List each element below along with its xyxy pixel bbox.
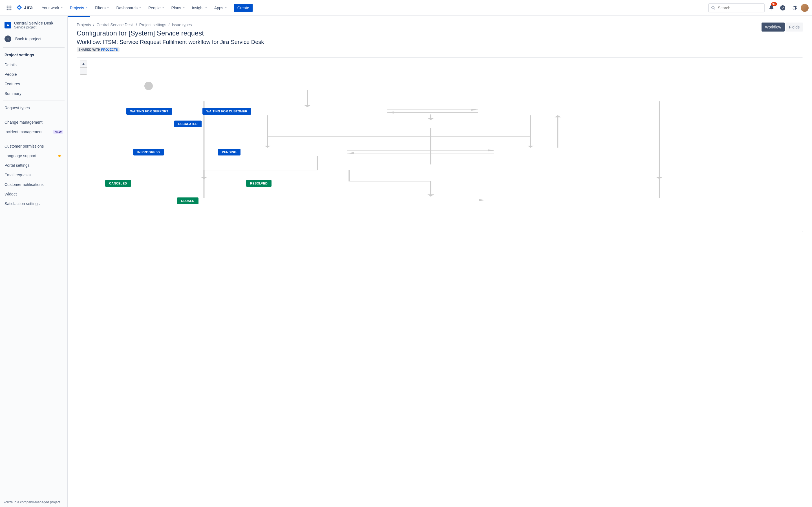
notification-badge: 9+ xyxy=(771,2,777,6)
shared-projects-link[interactable]: PROJECTS xyxy=(101,48,118,51)
workflow-tab[interactable]: Workflow xyxy=(762,22,784,32)
svg-rect-7 xyxy=(8,9,9,10)
sidebar-item-incident-management[interactable]: Incident managementNEW xyxy=(0,127,67,136)
svg-rect-0 xyxy=(7,5,8,6)
page-title: Configuration for [System] Service reque… xyxy=(77,29,264,37)
sidebar-item-request-types[interactable]: Request types xyxy=(0,103,67,113)
sidebar-item-widget[interactable]: Widget xyxy=(0,189,67,199)
back-label: Back to project xyxy=(15,37,42,41)
svg-text:?: ? xyxy=(781,6,784,10)
nav-item-plans[interactable]: Plans xyxy=(169,3,188,12)
sidebar-group1: DetailsPeopleFeaturesSummary xyxy=(0,60,67,98)
nav-item-apps[interactable]: Apps xyxy=(212,3,230,12)
workflow-node-pending[interactable]: PENDING xyxy=(218,149,241,156)
nav-item-people[interactable]: People xyxy=(146,3,167,12)
breadcrumb-item[interactable]: Central Service Desk xyxy=(96,22,134,27)
jira-logo[interactable]: Jira xyxy=(16,4,33,11)
chevron-down-icon xyxy=(224,6,227,9)
workflow-node-resolved[interactable]: RESOLVED xyxy=(246,180,271,187)
user-avatar[interactable] xyxy=(801,4,809,12)
zoom-out-button[interactable]: – xyxy=(80,68,87,74)
nav-items: Your workProjectsFiltersDashboardsPeople… xyxy=(38,3,231,12)
svg-rect-1 xyxy=(8,5,9,6)
chevron-down-icon xyxy=(162,6,165,9)
chevron-down-icon xyxy=(60,6,63,9)
svg-rect-2 xyxy=(10,5,11,6)
workflow-canvas[interactable]: + – xyxy=(77,57,803,232)
shared-tag: SHARED WITH PROJECTS xyxy=(77,47,119,52)
new-badge: NEW xyxy=(53,130,63,134)
nav-item-your-work[interactable]: Your work xyxy=(40,3,65,12)
project-avatar-icon xyxy=(4,22,11,29)
back-to-project[interactable]: Back to project xyxy=(0,33,67,45)
search-box xyxy=(708,3,765,12)
svg-rect-3 xyxy=(7,7,8,8)
nav-item-projects[interactable]: Projects xyxy=(68,3,91,12)
sidebar-item-portal-settings[interactable]: Portal settings xyxy=(0,161,67,170)
chevron-down-icon xyxy=(107,6,109,9)
breadcrumb-item[interactable]: Project settings xyxy=(139,22,166,27)
top-nav: Jira Your workProjectsFiltersDashboardsP… xyxy=(0,0,812,16)
project-type: Service project xyxy=(14,25,53,29)
nav-item-filters[interactable]: Filters xyxy=(93,3,112,12)
svg-line-10 xyxy=(714,8,715,9)
sidebar-item-features[interactable]: Features xyxy=(0,79,67,89)
sidebar-item-satisfaction-settings[interactable]: Satisfaction settings xyxy=(0,199,67,209)
svg-point-9 xyxy=(712,6,714,9)
workflow-node-wfc[interactable]: WAITING FOR CUSTOMER xyxy=(202,108,251,115)
chevron-down-icon xyxy=(139,6,142,9)
help-icon[interactable]: ? xyxy=(778,3,787,12)
sidebar-item-people[interactable]: People xyxy=(0,69,67,79)
nav-item-dashboards[interactable]: Dashboards xyxy=(114,3,144,12)
chevron-down-icon xyxy=(183,6,185,9)
main-content: Projects/Central Service Desk/Project se… xyxy=(68,16,812,507)
sidebar-item-email-requests[interactable]: Email requests xyxy=(0,170,67,180)
svg-rect-5 xyxy=(10,7,11,8)
sidebar-item-customer-notifications[interactable]: Customer notifications xyxy=(0,180,67,189)
sidebar-heading: Project settings xyxy=(0,50,67,60)
svg-rect-6 xyxy=(7,9,8,10)
search-icon xyxy=(711,6,716,10)
sidebar-item-details[interactable]: Details xyxy=(0,60,67,69)
search-input[interactable] xyxy=(708,3,765,12)
sidebar-group2: Change managementIncident managementNEW xyxy=(0,117,67,136)
nav-item-insight[interactable]: Insight xyxy=(190,3,210,12)
back-arrow-icon xyxy=(4,36,11,42)
zoom-in-button[interactable]: + xyxy=(80,61,87,68)
sidebar-footer: You're in a company-managed project xyxy=(0,497,67,507)
app-switcher-icon[interactable] xyxy=(6,4,12,11)
sidebar-item-language-support[interactable]: Language support xyxy=(0,151,67,161)
settings-icon[interactable] xyxy=(790,3,799,12)
page-subtitle: Workflow: ITSM: Service Request Fulfilme… xyxy=(77,39,264,45)
workflow-node-closed[interactable]: CLOSED xyxy=(177,198,199,204)
sidebar-item-summary[interactable]: Summary xyxy=(0,89,67,98)
sidebar-item-customer-permissions[interactable]: Customer permissions xyxy=(0,142,67,151)
status-dot-icon xyxy=(58,155,61,157)
chevron-down-icon xyxy=(205,6,207,9)
workflow-node-wfs[interactable]: WAITING FOR SUPPORT xyxy=(126,108,172,115)
chevron-down-icon xyxy=(85,6,88,9)
view-toggle: Workflow Fields xyxy=(760,22,803,32)
workflow-node-esc[interactable]: ESCALATED xyxy=(174,121,202,127)
workflow-node-cancel[interactable]: CANCELED xyxy=(105,180,131,187)
sidebar-group3: Customer permissionsLanguage supportPort… xyxy=(0,142,67,209)
fields-tab[interactable]: Fields xyxy=(786,22,803,32)
breadcrumbs: Projects/Central Service Desk/Project se… xyxy=(77,22,264,27)
svg-rect-4 xyxy=(8,7,9,8)
logo-text: Jira xyxy=(24,5,33,11)
create-button[interactable]: Create xyxy=(234,4,253,12)
breadcrumb-item[interactable]: Issue types xyxy=(172,22,192,27)
project-name: Central Service Desk xyxy=(14,21,53,25)
workflow-node-inprog[interactable]: IN PROGRESS xyxy=(133,149,164,156)
workflow-start-node[interactable] xyxy=(144,82,153,90)
zoom-controls: + – xyxy=(80,61,87,75)
svg-rect-8 xyxy=(10,9,11,10)
project-header[interactable]: Central Service Desk Service project xyxy=(0,16,67,33)
sidebar: Central Service Desk Service project Bac… xyxy=(0,16,68,507)
sidebar-item-change-management[interactable]: Change management xyxy=(0,117,67,127)
breadcrumb-item[interactable]: Projects xyxy=(77,22,91,27)
notifications-icon[interactable]: 9+ xyxy=(767,3,776,12)
